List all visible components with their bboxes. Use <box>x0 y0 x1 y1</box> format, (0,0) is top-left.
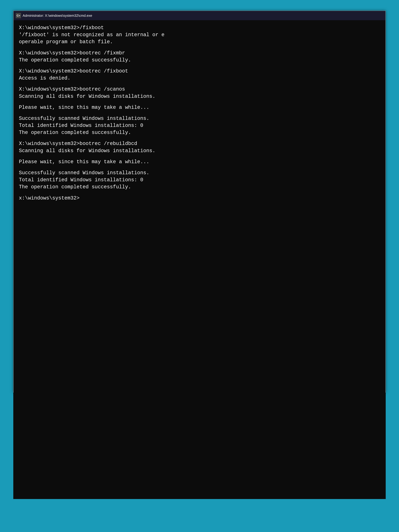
monitor-frame: C> Administrator: X:\windows\system32\cm… <box>9 11 390 499</box>
cmd-line-prompt: X:\windows\system32>bootrec /fixboot <box>19 68 380 75</box>
cmd-line-output: Scanning all disks for Windows installat… <box>19 147 380 154</box>
cmd-window[interactable]: X:\windows\system32>/fixboot'/fixboot' i… <box>13 20 386 393</box>
cmd-spacer <box>19 111 380 115</box>
cmd-line-error: '/fixboot' is not recognized as an inter… <box>19 31 380 38</box>
cmd-line-error: Access is denied. <box>19 75 380 82</box>
bottom-area <box>13 393 386 499</box>
window-container: C> Administrator: X:\windows\system32\cm… <box>13 11 386 393</box>
cmd-line-prompt: X:\windows\system32>bootrec /fixmbr <box>19 50 380 57</box>
cmd-line-output: Scanning all disks for Windows installat… <box>19 93 380 100</box>
cmd-line-output: The operation completed successfully. <box>19 57 380 63</box>
cmd-line-success: Total identified Windows installations: … <box>19 122 380 129</box>
cmd-spacer <box>19 190 380 195</box>
cmd-line-success: The operation completed successfully. <box>19 129 380 136</box>
cmd-line-prompt: X:\windows\system32>bootrec /rebuildbcd <box>19 140 380 147</box>
title-bar: C> Administrator: X:\windows\system32\cm… <box>13 11 386 20</box>
cmd-spacer <box>19 82 380 86</box>
title-bar-title: Administrator: X:\windows\system32\cmd.e… <box>23 13 92 18</box>
cmd-line-prompt: X:\windows\system32>/fixboot <box>19 24 380 31</box>
cmd-spacer <box>19 45 380 50</box>
cmd-line-prompt: X:\windows\system32>bootrec /scanos <box>19 86 380 93</box>
cmd-line-error: operable program or batch file. <box>19 38 380 45</box>
cmd-spacer <box>19 63 380 68</box>
cmd-line-success: Total identified Windows installations: … <box>19 176 380 184</box>
cmd-spacer <box>19 154 380 158</box>
cmd-line-prompt: x:\windows\system32> <box>19 195 380 202</box>
cmd-line-success: Successfully scanned Windows installatio… <box>19 115 380 122</box>
cmd-icon-text: C> <box>17 14 20 17</box>
cmd-line-output: Please wait, since this may take a while… <box>19 104 380 111</box>
cmd-line-success: The operation completed successfully. <box>19 184 380 190</box>
cmd-line-output: Please wait, since this may take a while… <box>19 158 380 165</box>
cmd-line-success: Successfully scanned Windows installatio… <box>19 169 380 176</box>
cmd-icon: C> <box>16 13 21 18</box>
cmd-spacer <box>19 165 380 169</box>
cmd-spacer <box>19 100 380 104</box>
cmd-spacer <box>19 136 380 140</box>
